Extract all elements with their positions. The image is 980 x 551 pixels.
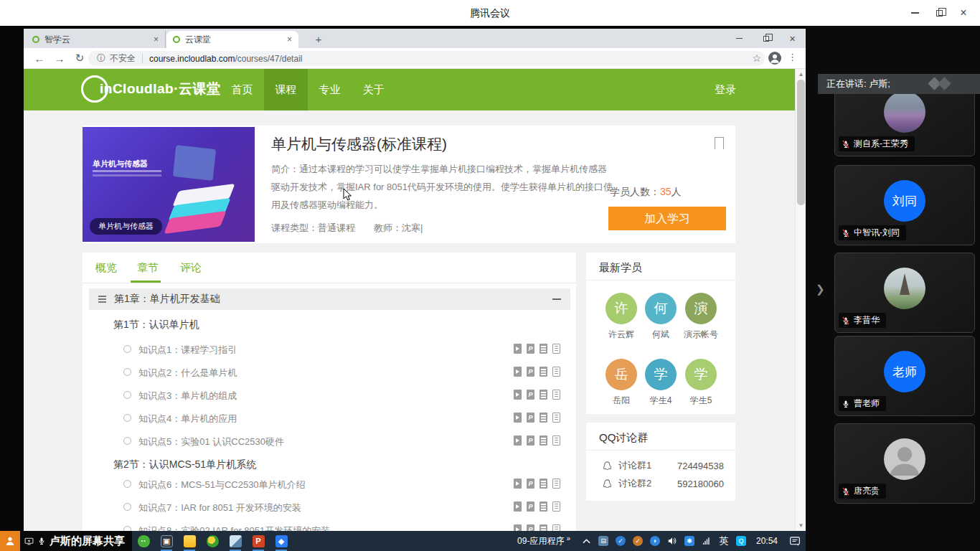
taskbar-photos-icon[interactable] [224, 531, 247, 551]
taskbar-music-icon[interactable] [201, 531, 224, 551]
tab-chapters[interactable]: 章节 [137, 261, 159, 275]
video-tile[interactable]: 唐亮贵 [834, 423, 975, 504]
notes-file-icon[interactable] [552, 367, 560, 377]
sidebar-collapse-icon[interactable]: ❯ [816, 283, 825, 296]
lesson-item[interactable]: 知识点2：什么是单片机 [83, 364, 576, 380]
toolbar-overflow-icon[interactable]: » [566, 534, 570, 542]
video-file-icon[interactable] [514, 413, 522, 423]
page-info-icon[interactable]: ⓘ [97, 52, 105, 65]
avatar[interactable]: 何 [645, 293, 677, 324]
notes-file-icon[interactable] [552, 390, 560, 400]
minimize-icon[interactable] [726, 29, 753, 48]
apps-toolbar-label[interactable]: 09-应用程序 [517, 535, 564, 547]
scroll-up-icon[interactable]: ▲ [796, 71, 806, 77]
taskbar-wechat-icon[interactable]: ·· [132, 531, 155, 551]
doc-file-icon[interactable] [540, 390, 547, 400]
usb-tray-icon[interactable]: ⊟ [595, 531, 612, 551]
notes-file-icon[interactable] [552, 413, 560, 423]
nav-item-about[interactable]: 关于 [352, 69, 395, 110]
student-item[interactable]: 许 许云辉 [601, 293, 641, 341]
address-bar[interactable]: ⓘ 不安全 course.incloudlab.com /courses/47/… [88, 51, 765, 66]
notes-file-icon[interactable] [552, 524, 560, 531]
lesson-item[interactable]: 知识点7：IAR for 8051 开发环境的安装 [83, 499, 576, 515]
notes-file-icon[interactable] [552, 435, 560, 446]
video-file-icon[interactable] [514, 390, 522, 400]
tab-overview[interactable]: 概览 [95, 261, 117, 275]
participants-icon[interactable] [0, 531, 20, 551]
ppt-file-icon[interactable] [527, 435, 534, 446]
lesson-item[interactable]: 知识点1：课程学习指引 [83, 342, 576, 357]
ppt-file-icon[interactable] [527, 501, 534, 512]
student-item[interactable]: 演 演示帐号 [681, 293, 721, 341]
ppt-file-icon[interactable] [527, 524, 534, 531]
nav-item-home[interactable]: 首页 [220, 69, 264, 110]
scroll-down-icon[interactable]: ▼ [796, 522, 806, 529]
avatar[interactable]: 演 [685, 293, 717, 324]
login-link[interactable]: 登录 [715, 69, 736, 110]
close-icon[interactable]: × [951, 0, 976, 26]
video-tile[interactable]: 刘同 中智讯-刘同 [834, 165, 975, 245]
new-tab-button[interactable]: + [309, 31, 328, 48]
doc-file-icon[interactable] [540, 479, 547, 489]
qq-tray-icon[interactable]: Q [732, 531, 750, 551]
chapter-header[interactable]: 第1章：单片机开发基础 [89, 288, 570, 310]
share-screen-icon[interactable] [24, 537, 34, 546]
taskbar-app-window-icon[interactable]: ▣ [155, 531, 178, 551]
restore-icon[interactable] [927, 0, 951, 26]
bookmark-star-icon[interactable]: ☆ [752, 52, 761, 64]
join-course-button[interactable]: 加入学习 [608, 207, 726, 230]
safety-check-tray-icon[interactable]: ✓ [629, 531, 646, 551]
ppt-file-icon[interactable] [527, 367, 534, 377]
student-item[interactable]: 学 学生4 [641, 359, 681, 407]
video-file-icon[interactable] [514, 435, 522, 446]
ime-language-icon[interactable]: 英 [715, 531, 732, 551]
video-tile[interactable]: 李昔华 [834, 253, 975, 333]
notes-file-icon[interactable] [552, 344, 560, 354]
notes-file-icon[interactable] [552, 501, 560, 512]
notes-file-icon[interactable] [552, 479, 560, 489]
security-shield-tray-icon[interactable]: ✓ [612, 531, 629, 551]
browser-tray-icon[interactable]: ◗ [646, 531, 664, 551]
avatar[interactable]: 岳 [606, 359, 637, 390]
close-icon[interactable]: × [779, 29, 806, 48]
tab-close-icon[interactable]: × [154, 34, 159, 44]
video-file-icon[interactable] [514, 367, 522, 377]
student-item[interactable]: 岳 岳阳 [601, 359, 641, 407]
notification-center-icon[interactable] [784, 531, 806, 551]
video-tile[interactable]: 老师 曹老师 [834, 336, 975, 416]
browser-tab-zhixueyun[interactable]: 智学云 × [26, 31, 166, 48]
video-file-icon[interactable] [514, 479, 522, 489]
doc-file-icon[interactable] [540, 524, 547, 531]
taskbar-file-explorer-icon[interactable] [178, 531, 201, 551]
avatar[interactable]: 学 [645, 359, 677, 390]
bookmark-icon[interactable] [715, 137, 724, 149]
ppt-file-icon[interactable] [527, 413, 534, 423]
ppt-file-icon[interactable] [527, 390, 534, 400]
video-file-icon[interactable] [514, 344, 522, 354]
page-scrollbar[interactable]: ▲ ▼ [795, 69, 806, 531]
lesson-item[interactable]: 知识点5：实验01 认识CC2530硬件 [83, 433, 576, 449]
tab-comments[interactable]: 评论 [180, 261, 202, 275]
student-item[interactable]: 学 学生5 [681, 359, 721, 407]
browser-menu-icon[interactable]: ⋮ [788, 52, 797, 62]
lesson-item[interactable]: 知识点8：实验02 IAR for 8051开发环境的安装 [83, 522, 576, 531]
mic-icon[interactable] [37, 537, 46, 545]
video-file-icon[interactable] [514, 501, 522, 512]
volume-icon[interactable] [664, 531, 681, 551]
site-logo[interactable]: inCloudlab·云课堂 [81, 75, 220, 103]
back-icon[interactable]: ← [29, 48, 50, 68]
browser-tab-yunketang[interactable]: 云课堂 × [166, 31, 298, 48]
scrollbar-thumb[interactable] [797, 80, 805, 205]
minimize-icon[interactable] [903, 0, 927, 26]
forward-icon[interactable]: → [50, 48, 70, 68]
avatar[interactable]: 许 [606, 293, 637, 324]
lesson-item[interactable]: 知识点4：单片机的应用 [83, 410, 576, 426]
snowflake-tool-tray-icon[interactable]: ✱ [681, 531, 698, 551]
taskbar-powerpoint-icon[interactable]: P [247, 531, 270, 551]
doc-file-icon[interactable] [540, 435, 547, 446]
reload-icon[interactable]: ↻ [70, 48, 90, 68]
taskbar-tencent-meeting-icon[interactable]: ◆ [270, 531, 293, 551]
student-item[interactable]: 何 何斌 [641, 293, 681, 341]
ppt-file-icon[interactable] [527, 344, 534, 354]
doc-file-icon[interactable] [540, 501, 547, 512]
